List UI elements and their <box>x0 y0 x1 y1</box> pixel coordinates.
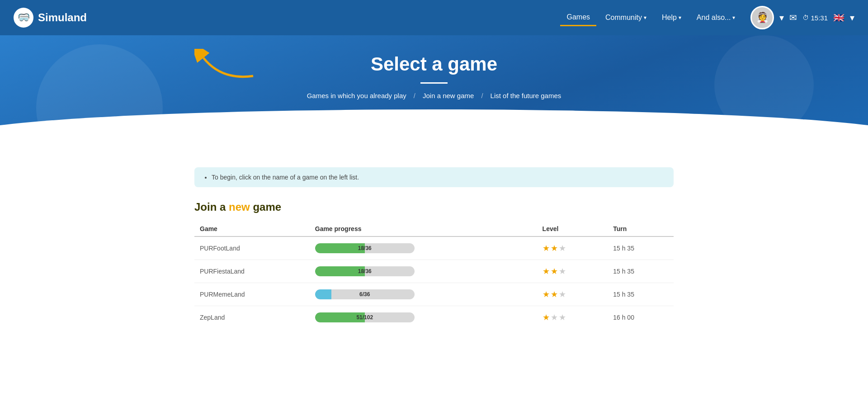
logo-icon: 🥽 <box>14 8 33 28</box>
game-name[interactable]: PURFootLand <box>194 236 310 260</box>
nav-item-and-also[interactable]: And also... ▾ <box>690 10 742 25</box>
progress-bar: 6/36 <box>315 289 415 299</box>
arrow-annotation <box>194 49 258 87</box>
nav-links: Games Community ▾ Help ▾ And also... ▾ <box>560 9 741 26</box>
game-turn: 15 h 35 <box>608 283 674 306</box>
stars-display: ★★★ <box>542 266 603 276</box>
hero-link-future-games[interactable]: List of the future games <box>491 92 561 99</box>
nav-item-community[interactable]: Community ▾ <box>599 10 653 25</box>
stars-display: ★★★ <box>542 312 603 322</box>
avatar-dropdown-icon[interactable]: ▾ <box>779 12 784 23</box>
star-icon: ★ <box>559 312 566 322</box>
table-row[interactable]: PURMemeLand 6/36 ★★★ 15 h 35 <box>194 283 674 306</box>
game-name[interactable]: ZepLand <box>194 306 310 329</box>
info-box: To begin, click on the name of a game on… <box>194 167 674 187</box>
star-icon: ★ <box>542 289 550 299</box>
game-turn: 15 h 35 <box>608 260 674 283</box>
stars-display: ★★★ <box>542 289 603 299</box>
table-row[interactable]: ZepLand 51/102 ★★★ 16 h 00 <box>194 306 674 329</box>
mail-icon[interactable]: ✉ <box>789 12 797 23</box>
progress-fill <box>315 289 332 299</box>
section-title: Join a new game <box>194 201 674 213</box>
navbar: 🥽 Simuland Games Community ▾ Help ▾ And … <box>0 0 868 35</box>
star-icon: ★ <box>542 266 550 276</box>
table-row[interactable]: PURFiestaLand 18/36 ★★★ 15 h 35 <box>194 260 674 283</box>
progress-label: 18/36 <box>358 268 372 274</box>
hero-separator-2: / <box>481 92 483 99</box>
star-icon: ★ <box>551 289 558 299</box>
time-display: ⏱ 15:31 <box>802 14 828 22</box>
games-table: Game Game progress Level Turn PURFootLan… <box>194 222 674 329</box>
nav-item-games[interactable]: Games <box>560 9 596 26</box>
table-header-row: Game Game progress Level Turn <box>194 222 674 236</box>
hero-bg-circle2 <box>714 35 814 135</box>
table-row[interactable]: PURFootLand 18/36 ★★★ 15 h 35 <box>194 236 674 260</box>
hero-link-already-play[interactable]: Games in which you already play <box>307 92 406 99</box>
game-progress: 18/36 <box>310 260 537 283</box>
progress-fill <box>315 266 365 276</box>
chevron-down-icon: ▾ <box>732 14 735 21</box>
game-progress: 51/102 <box>310 306 537 329</box>
progress-label: 18/36 <box>358 245 372 251</box>
progress-bar: 18/36 <box>315 243 415 253</box>
star-icon: ★ <box>551 243 558 253</box>
game-level: ★★★ <box>537 283 608 306</box>
game-name[interactable]: PURMemeLand <box>194 283 310 306</box>
col-header-level: Level <box>537 222 608 236</box>
progress-label: 6/36 <box>359 291 370 298</box>
star-icon: ★ <box>551 312 558 322</box>
progress-label: 51/102 <box>356 314 373 321</box>
chevron-down-icon: ▾ <box>679 14 681 21</box>
nav-item-help[interactable]: Help ▾ <box>656 10 688 25</box>
hero-separator-1: / <box>414 92 415 99</box>
col-header-progress: Game progress <box>310 222 537 236</box>
hero-divider <box>420 82 448 84</box>
game-level: ★★★ <box>537 260 608 283</box>
hero-links: Games in which you already play / Join a… <box>0 92 868 99</box>
stars-display: ★★★ <box>542 243 603 253</box>
language-dropdown-icon[interactable]: ▾ <box>850 12 854 23</box>
star-icon: ★ <box>559 266 566 276</box>
chevron-down-icon: ▾ <box>644 14 646 21</box>
star-icon: ★ <box>542 312 550 322</box>
game-level: ★★★ <box>537 306 608 329</box>
game-turn: 16 h 00 <box>608 306 674 329</box>
hero-title: Select a game <box>0 53 868 75</box>
game-level: ★★★ <box>537 236 608 260</box>
game-progress: 6/36 <box>310 283 537 306</box>
hero-section: Select a game Games in which you already… <box>0 35 868 154</box>
main-content: To begin, click on the name of a game on… <box>185 154 683 347</box>
progress-fill <box>315 243 365 253</box>
logo-area: 🥽 Simuland <box>14 8 87 28</box>
col-header-game: Game <box>194 222 310 236</box>
game-turn: 15 h 35 <box>608 236 674 260</box>
nav-right: 👰 ▾ ✉ ⏱ 15:31 🇬🇧 ▾ <box>750 6 854 29</box>
game-name[interactable]: PURFiestaLand <box>194 260 310 283</box>
progress-bar: 51/102 <box>315 312 415 322</box>
star-icon: ★ <box>551 266 558 276</box>
hero-link-join-new[interactable]: Join a new game <box>423 92 474 99</box>
col-header-turn: Turn <box>608 222 674 236</box>
site-name: Simuland <box>38 11 87 24</box>
star-icon: ★ <box>559 289 566 299</box>
language-flag-icon[interactable]: 🇬🇧 <box>833 12 844 23</box>
game-progress: 18/36 <box>310 236 537 260</box>
avatar[interactable]: 👰 <box>750 6 774 29</box>
star-icon: ★ <box>542 243 550 253</box>
star-icon: ★ <box>559 243 566 253</box>
progress-bar: 18/36 <box>315 266 415 276</box>
